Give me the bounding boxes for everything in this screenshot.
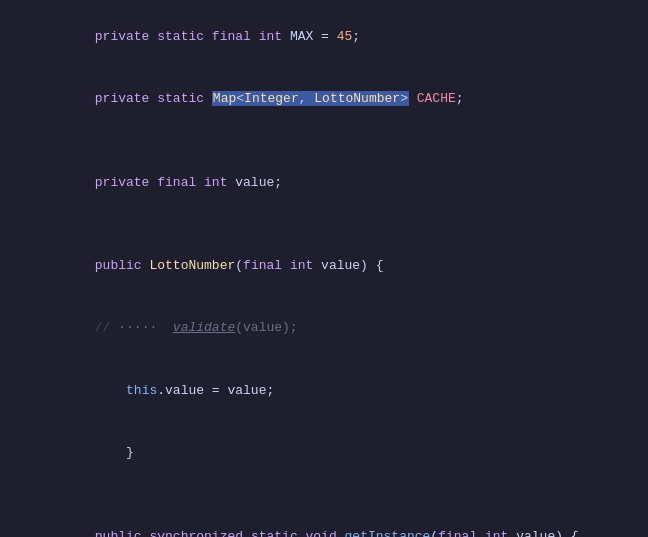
keyword: final (212, 29, 251, 44)
line-content: } (48, 422, 640, 484)
code-line-4: private final int value; (0, 152, 648, 214)
code-line-1: private static final int MAX = 45; (0, 6, 648, 68)
keyword: int (259, 29, 282, 44)
code-line-10 (0, 485, 648, 506)
line-content: this.value = value; (48, 360, 640, 422)
code-line-5 (0, 214, 648, 235)
code-line-6: public LottoNumber(final int value) { (0, 235, 648, 297)
code-line-8: this.value = value; (0, 360, 648, 422)
code-line-2: private static Map<Integer, LottoNumber>… (0, 68, 648, 130)
code-line-7: // ····· validate(value); (0, 298, 648, 360)
code-line-9: } (0, 422, 648, 484)
line-content: public synchronized static void getInsta… (48, 506, 640, 537)
line-content (48, 485, 640, 506)
keyword: private (95, 91, 150, 106)
line-content: // ····· validate(value); (48, 298, 640, 360)
keyword: private (95, 29, 150, 44)
line-content: public LottoNumber(final int value) { (48, 235, 640, 297)
line-content: private final int value; (48, 152, 640, 214)
line-content: private static Map<Integer, LottoNumber>… (48, 68, 640, 130)
type-name: Map (213, 91, 236, 106)
code-line-11: public synchronized static void getInsta… (0, 506, 648, 537)
constant: CACHE (417, 91, 456, 106)
line-content (48, 131, 640, 152)
keyword: static (157, 91, 204, 106)
line-content: private static final int MAX = 45; (48, 6, 640, 68)
keyword: static (157, 29, 204, 44)
selected-token: Map<Integer, LottoNumber> (212, 91, 409, 106)
code-line-3 (0, 131, 648, 152)
number-literal: 45 (337, 29, 353, 44)
method-ref: validate (173, 320, 235, 335)
code-editor: private static final int MAX = 45; priva… (0, 0, 648, 537)
line-content (48, 214, 640, 235)
